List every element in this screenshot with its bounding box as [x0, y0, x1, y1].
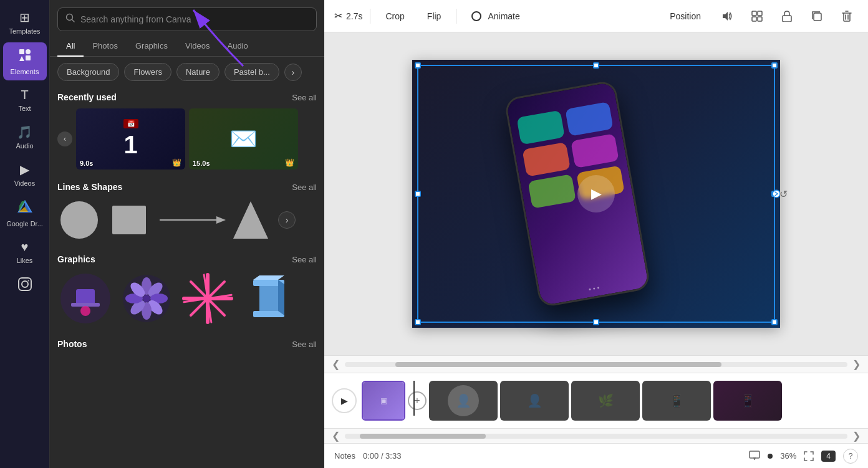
- sidebar-item-instagram[interactable]: [3, 272, 47, 300]
- svg-rect-1: [26, 49, 31, 54]
- sidebar-item-label: Likes: [17, 257, 33, 264]
- graphic-item-3[interactable]: [180, 270, 236, 327]
- recently-used-item-2[interactable]: ✉️ 15.0s 👑: [189, 108, 298, 170]
- photos-see-all[interactable]: See all: [292, 340, 317, 349]
- svg-marker-45: [723, 12, 728, 21]
- track-clip-active[interactable]: ▣: [362, 381, 405, 421]
- search-input[interactable]: [80, 14, 309, 24]
- track-clip-4[interactable]: 📱: [642, 381, 711, 421]
- timeline-scroll-left[interactable]: ❮: [329, 358, 342, 370]
- graphics-section: Graphics See all: [57, 254, 317, 327]
- thumb1-duration: 9.0s: [80, 160, 93, 167]
- delete-button[interactable]: [836, 5, 858, 27]
- playhead[interactable]: [410, 381, 418, 416]
- position-button[interactable]: Position: [662, 7, 708, 25]
- lines-shapes-section: Lines & Shapes See all: [57, 182, 317, 242]
- timeline-bottom-scroll-right[interactable]: ❯: [850, 430, 863, 442]
- handle-br[interactable]: [771, 319, 778, 325]
- photos-section: Photos See all: [57, 339, 317, 349]
- sidebar-item-videos[interactable]: ▶ Videos: [3, 157, 47, 192]
- animate-button[interactable]: Animate: [464, 7, 527, 25]
- recently-used-item-1[interactable]: 📅 1 9.0s 👑: [76, 108, 185, 170]
- help-button[interactable]: ?: [843, 449, 858, 464]
- page-indicator: 4: [821, 451, 836, 462]
- graphic-item-2[interactable]: [118, 270, 175, 327]
- sidebar-item-templates[interactable]: ⊞ Templates: [3, 5, 47, 40]
- shape-circle[interactable]: [57, 198, 101, 242]
- tab-graphics[interactable]: Graphics: [127, 36, 176, 57]
- track-clip-3[interactable]: 🌿: [571, 381, 640, 421]
- toolbar-divider-2: [456, 9, 456, 24]
- shape-triangle[interactable]: [232, 198, 269, 242]
- flip-button[interactable]: Flip: [420, 7, 449, 25]
- recently-used-items: ‹ 📅 1 9.0s 👑 ✉️ 15.0s 👑: [57, 108, 317, 170]
- chip-nature[interactable]: Nature: [176, 63, 219, 81]
- track-clip-2[interactable]: 👤: [500, 381, 569, 421]
- graphic-item-4[interactable]: [241, 270, 297, 327]
- timeline-area: ❮ ❯ ▶ ▣ +: [324, 355, 868, 443]
- sidebar-item-likes[interactable]: ♥ Likes: [3, 235, 47, 269]
- handle-tl[interactable]: [415, 62, 421, 69]
- canvas-play-button[interactable]: ▶: [577, 175, 615, 213]
- graphics-items: [57, 270, 317, 327]
- tab-photos[interactable]: Photos: [84, 36, 126, 57]
- timeline-scroll-right[interactable]: ❯: [850, 358, 863, 370]
- notes-label[interactable]: Notes: [334, 451, 355, 461]
- screen-size-icon[interactable]: [749, 449, 760, 462]
- chip-background[interactable]: Background: [57, 63, 119, 81]
- grid-button[interactable]: [746, 5, 768, 27]
- lock-button[interactable]: [776, 5, 798, 27]
- volume-button[interactable]: [716, 5, 738, 27]
- lines-shapes-title: Lines & Shapes: [57, 182, 122, 192]
- recently-used-title: Recently used: [57, 92, 117, 102]
- animate-icon: [471, 11, 481, 21]
- recently-used-prev[interactable]: ‹: [57, 131, 72, 146]
- handle-bm[interactable]: [593, 319, 599, 325]
- sidebar-item-elements[interactable]: Elements: [3, 42, 47, 80]
- sidebar-item-text[interactable]: T Text: [3, 83, 47, 117]
- track-clip-5[interactable]: 📱: [713, 381, 782, 421]
- timeline-bottom-scrollbar-thumb[interactable]: [360, 434, 486, 439]
- track-clip-1[interactable]: 👤: [429, 381, 498, 421]
- elements-panel: All Photos Graphics Videos Audio Backgro…: [50, 0, 324, 468]
- svg-rect-48: [752, 17, 756, 21]
- shape-rectangle[interactable]: [107, 198, 151, 242]
- graphic-item-1[interactable]: [57, 270, 113, 327]
- tab-audio[interactable]: Audio: [218, 36, 256, 57]
- sidebar-item-audio[interactable]: 🎵 Audio: [3, 120, 47, 155]
- svg-marker-18: [216, 216, 226, 224]
- timeline-play-button[interactable]: ▶: [332, 388, 357, 413]
- thumb1-crown: 👑: [172, 158, 181, 167]
- zoom-level: 36%: [780, 451, 796, 461]
- handle-mr[interactable]: [771, 191, 778, 197]
- recently-used-see-all[interactable]: See all: [292, 93, 317, 102]
- canvas-frame[interactable]: • • • ▶: [412, 60, 780, 328]
- crop-button[interactable]: Crop: [378, 7, 412, 25]
- handle-bl[interactable]: [415, 319, 421, 325]
- search-input-wrapper[interactable]: [57, 7, 317, 31]
- shape-line-arrow[interactable]: [157, 208, 226, 232]
- svg-rect-0: [19, 49, 24, 54]
- rotate-handle[interactable]: ↺: [779, 188, 788, 200]
- timeline-bottom-scroll-left[interactable]: ❮: [329, 430, 342, 442]
- filter-chips-next[interactable]: ›: [284, 64, 302, 81]
- zoom-slider[interactable]: [768, 454, 773, 459]
- handle-ml[interactable]: [415, 191, 421, 197]
- lines-shapes-see-all[interactable]: See all: [292, 183, 317, 192]
- chip-pastel[interactable]: Pastel b...: [224, 63, 279, 81]
- shapes-next[interactable]: ›: [278, 211, 296, 229]
- tab-videos[interactable]: Videos: [176, 36, 219, 57]
- handle-tm[interactable]: [593, 62, 599, 69]
- graphics-see-all[interactable]: See all: [292, 255, 317, 264]
- fullscreen-button[interactable]: [804, 451, 814, 461]
- handle-tr[interactable]: [771, 62, 778, 69]
- copy-button[interactable]: [806, 5, 828, 27]
- svg-rect-16: [112, 206, 146, 234]
- canvas-area[interactable]: • • • ▶: [324, 32, 868, 355]
- svg-rect-50: [783, 16, 791, 22]
- timeline-scrollbar-thumb[interactable]: [395, 362, 722, 367]
- sidebar-item-google-drive[interactable]: Google Dr...: [3, 194, 47, 232]
- editor-main: ✂ 2.7s Crop Flip Animate Position: [324, 0, 868, 468]
- chip-flowers[interactable]: Flowers: [124, 63, 171, 81]
- tab-all[interactable]: All: [57, 36, 84, 57]
